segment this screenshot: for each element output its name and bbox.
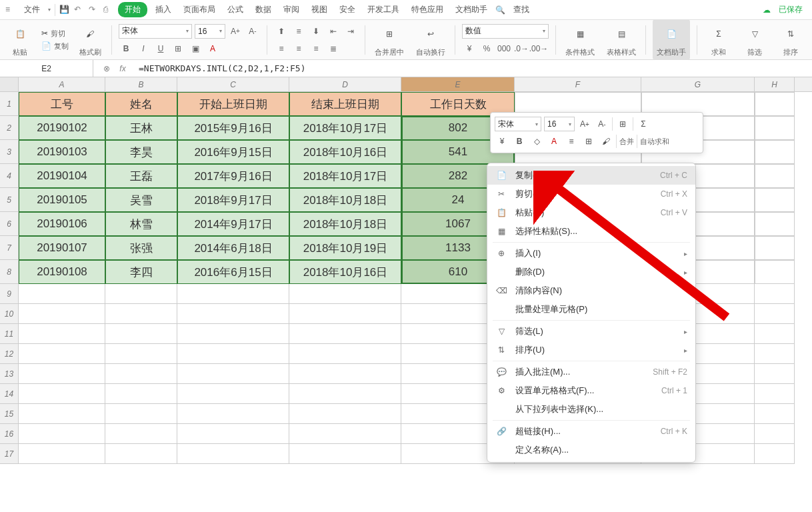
mini-font-select[interactable]: 宋体▾ [495, 117, 541, 131]
cell-C8[interactable]: 2016年6月15日 [177, 260, 289, 284]
cell-H17[interactable] [755, 444, 795, 464]
indent-right-icon[interactable]: ⇥ [343, 24, 358, 39]
mini-sum-icon[interactable]: Σ [636, 117, 651, 131]
cell-A16[interactable] [19, 424, 105, 444]
cell-B5[interactable]: 吴雪 [105, 188, 177, 212]
cell-B13[interactable] [105, 364, 177, 384]
cell-C6[interactable]: 2014年9月17日 [177, 212, 289, 236]
name-box[interactable]: E2 [0, 60, 93, 77]
cell-B15[interactable] [105, 404, 177, 424]
cell-D6[interactable]: 2018年10月18日 [289, 212, 401, 236]
cell-H10[interactable] [755, 304, 795, 324]
percent-icon[interactable]: % [479, 41, 494, 56]
cell-A13[interactable] [19, 364, 105, 384]
mini-align-icon[interactable]: ≡ [564, 134, 579, 149]
row-header-9[interactable]: 9 [0, 284, 19, 304]
cell-C7[interactable]: 2014年6月18日 [177, 236, 289, 260]
cell-H7[interactable] [755, 236, 795, 260]
cell-A6[interactable]: 20190106 [19, 212, 105, 236]
comma-icon[interactable]: 000 [497, 41, 511, 56]
row-header-12[interactable]: 12 [0, 344, 19, 364]
cell-D15[interactable] [289, 404, 401, 424]
mini-fontcolor-icon[interactable]: A [547, 134, 561, 149]
number-format-select[interactable]: 数值▾ [462, 24, 549, 39]
cell-H2[interactable] [755, 116, 795, 140]
row-header-16[interactable]: 16 [0, 424, 19, 444]
cell-C3[interactable]: 2016年9月15日 [177, 140, 289, 164]
row-header-1[interactable]: 1 [0, 92, 19, 116]
ctx-copy[interactable]: 📄复制(C)Ctrl + C [487, 166, 695, 185]
sum-group[interactable]: Σ求和 [704, 22, 733, 57]
cell-C2[interactable]: 2015年9月16日 [177, 116, 289, 140]
cell-A4[interactable]: 20190104 [19, 164, 105, 188]
ctx-delete[interactable]: 删除(D)▸ [487, 263, 695, 281]
border-icon[interactable]: ⊞ [171, 41, 185, 56]
tab-formula[interactable]: 公式 [223, 1, 247, 18]
cell-H5[interactable] [755, 188, 795, 212]
paste-icon[interactable]: 📋 [8, 22, 32, 46]
cell-D9[interactable] [289, 284, 401, 304]
undo-icon[interactable]: ↶ [74, 5, 85, 15]
ctx-bulk[interactable]: 批量处理单元格(P) [487, 300, 695, 319]
ctx-paste[interactable]: 📋粘贴(P)Ctrl + V [487, 203, 695, 222]
ctx-filter[interactable]: ▽筛选(L)▸ [487, 322, 695, 341]
cell-A17[interactable] [19, 444, 105, 464]
cell-B6[interactable]: 林雪 [105, 212, 177, 236]
cell-H6[interactable] [755, 212, 795, 236]
sort-group[interactable]: ⇅排序 [776, 22, 805, 57]
row-header-13[interactable]: 13 [0, 364, 19, 384]
menu-file[interactable]: 文件 [20, 1, 44, 18]
menu-search[interactable]: 查找 [509, 1, 533, 18]
ctx-format[interactable]: ⚙设置单元格格式(F)...Ctrl + 1 [487, 381, 695, 400]
tab-insert[interactable]: 插入 [151, 1, 175, 18]
cell-A5[interactable]: 20190105 [19, 188, 105, 212]
dochelper-group[interactable]: 📄文档助手 [653, 19, 690, 60]
wrap-icon[interactable]: ↩ [419, 22, 443, 46]
table-style-icon[interactable]: ▤ [609, 22, 633, 46]
cell-A3[interactable]: 20190103 [19, 140, 105, 164]
formula-input[interactable]: =NETWORKDAYS.INTL(C2,D2,1,F2:F5) [136, 63, 812, 73]
cell-C9[interactable] [177, 284, 289, 304]
row-header-14[interactable]: 14 [0, 384, 19, 404]
cell-A7[interactable]: 20190107 [19, 236, 105, 260]
align-mid-icon[interactable]: ≡ [291, 24, 306, 39]
cell-H13[interactable] [755, 364, 795, 384]
col-header-C[interactable]: C [177, 77, 289, 91]
cell-H16[interactable] [755, 424, 795, 444]
ctx-name[interactable]: 定义名称(A)... [487, 441, 695, 459]
filter-group[interactable]: ▽筛选 [740, 22, 769, 57]
cell-A11[interactable] [19, 324, 105, 344]
ctx-link[interactable]: 🔗超链接(H)...Ctrl + K [487, 422, 695, 441]
mini-merge-icon[interactable]: ⊞ [615, 117, 630, 131]
select-all-corner[interactable] [0, 77, 19, 91]
row-header-4[interactable]: 4 [0, 164, 19, 188]
tab-security[interactable]: 安全 [335, 1, 359, 18]
mini-fill-icon[interactable]: ◇ [529, 134, 544, 149]
cell-D17[interactable] [289, 444, 401, 464]
cell-H3[interactable] [755, 140, 795, 164]
cell-H15[interactable] [755, 404, 795, 424]
align-justify-icon[interactable]: ≣ [326, 41, 341, 56]
cell-D12[interactable] [289, 344, 401, 364]
indent-left-icon[interactable]: ⇤ [326, 24, 341, 39]
cell-H4[interactable] [755, 164, 795, 188]
condfmt-group[interactable]: ▦条件格式 [563, 22, 597, 57]
row-header-2[interactable]: 2 [0, 116, 19, 140]
col-header-B[interactable]: B [105, 77, 177, 91]
cell-D10[interactable] [289, 304, 401, 324]
cell-A12[interactable] [19, 344, 105, 364]
filter-icon[interactable]: ▽ [743, 22, 767, 46]
row-header-8[interactable]: 8 [0, 260, 19, 284]
tab-view[interactable]: 视图 [307, 1, 331, 18]
cell-B12[interactable] [105, 344, 177, 364]
tab-layout[interactable]: 页面布局 [179, 1, 219, 18]
font-name-select[interactable]: 宋体▾ [119, 24, 192, 39]
col-header-A[interactable]: A [19, 77, 105, 91]
mini-dec-font-icon[interactable]: A- [595, 117, 609, 131]
file-dropdown-icon[interactable]: ▾ [48, 7, 51, 13]
menu-icon[interactable]: ≡ [5, 5, 16, 15]
align-left-icon[interactable]: ≡ [274, 41, 289, 56]
cell-C14[interactable] [177, 384, 289, 404]
mini-painter-icon[interactable]: 🖌 [599, 134, 613, 149]
cell-B3[interactable]: 李昊 [105, 140, 177, 164]
